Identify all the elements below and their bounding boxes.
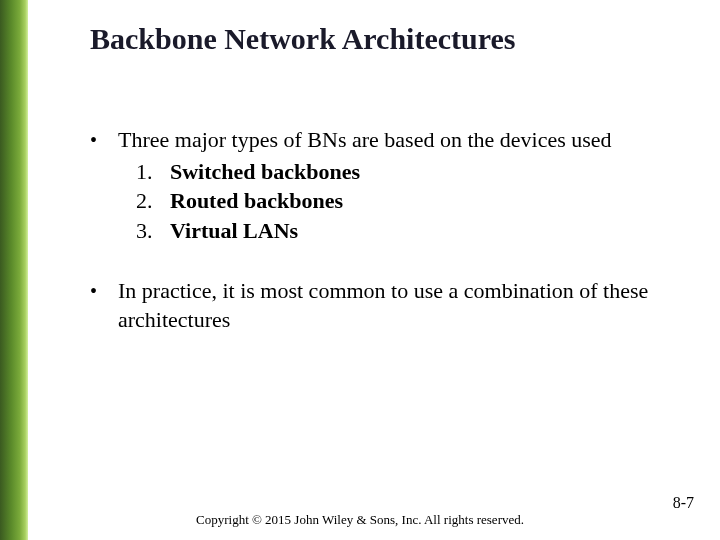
numbered-item: 2. Routed backbones <box>136 186 678 216</box>
numbered-item: 3. Virtual LANs <box>136 216 678 246</box>
bullet-text: Three major types of BNs are based on th… <box>118 125 678 246</box>
number-label: Routed backbones <box>170 186 343 216</box>
bullet-item: • In practice, it is most common to use … <box>90 276 678 337</box>
bullet-marker: • <box>90 276 118 337</box>
number-label: Virtual LANs <box>170 216 298 246</box>
slide-title: Backbone Network Architectures <box>90 22 678 55</box>
number-marker: 2. <box>136 186 170 216</box>
bullet-item: • Three major types of BNs are based on … <box>90 125 678 246</box>
bullet-text: In practice, it is most common to use a … <box>118 276 678 337</box>
numbered-item: 1. Switched backbones <box>136 157 678 187</box>
number-label: Switched backbones <box>170 157 360 187</box>
bullet-lead: Three major types of BNs are based on th… <box>118 125 678 155</box>
bullet-lead: In practice, it is most common to use a … <box>118 276 678 335</box>
page-number: 8-7 <box>673 494 694 512</box>
slide-content: Backbone Network Architectures • Three m… <box>28 0 720 540</box>
bullet-marker: • <box>90 125 118 246</box>
number-marker: 3. <box>136 216 170 246</box>
footer-copyright: Copyright © 2015 John Wiley & Sons, Inc.… <box>196 512 524 528</box>
accent-sidebar <box>0 0 28 540</box>
number-marker: 1. <box>136 157 170 187</box>
